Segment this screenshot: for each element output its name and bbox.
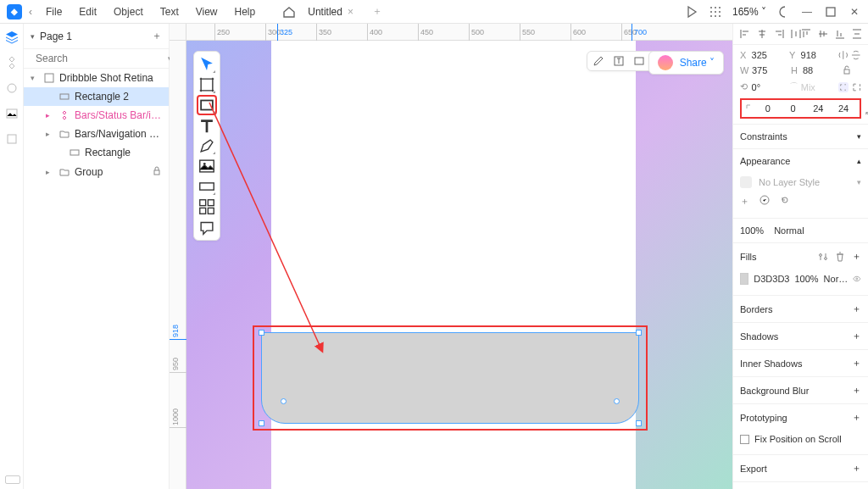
selected-object[interactable] xyxy=(261,332,639,424)
rail-components-icon[interactable] xyxy=(5,56,19,69)
resize-handle-se[interactable] xyxy=(636,420,642,426)
add-style-icon[interactable]: ＋ xyxy=(740,195,749,208)
flip-h-icon[interactable] xyxy=(838,50,849,60)
appearance-header[interactable]: Appearance ▴ xyxy=(733,149,868,173)
image-icon[interactable] xyxy=(633,55,645,67)
layer-search[interactable]: ▾ xyxy=(24,49,169,69)
menu-help[interactable]: Help xyxy=(228,3,263,21)
constraints-header[interactable]: Constraints ▾ xyxy=(733,125,868,148)
export-header[interactable]: Export ＋ xyxy=(733,455,868,481)
corner-tl[interactable]: 0 xyxy=(755,103,781,114)
twisty-icon[interactable]: ▾ xyxy=(31,74,39,82)
checkbox-icon[interactable] xyxy=(740,435,749,444)
resize-handle-nw[interactable] xyxy=(259,330,264,336)
menu-text[interactable]: Text xyxy=(153,3,186,21)
canvas-viewport[interactable]: 250 300 325 350 400 450 500 550 600 650 … xyxy=(170,24,732,489)
menu-edit[interactable]: Edit xyxy=(72,3,103,21)
align-top-icon[interactable] xyxy=(801,29,811,39)
prototyping-header[interactable]: Prototyping ＋ xyxy=(733,404,868,431)
align-right-icon[interactable] xyxy=(774,29,784,39)
add-inner-shadow-icon[interactable]: ＋ xyxy=(852,357,861,370)
layer-group[interactable]: ▸ Group xyxy=(24,162,169,181)
share-button[interactable]: Share ˅ xyxy=(648,51,724,75)
window-maximize-icon[interactable] xyxy=(824,5,837,19)
visibility-icon[interactable] xyxy=(853,273,861,285)
independent-corners-icon[interactable] xyxy=(838,82,849,92)
window-close-icon[interactable]: ✕ xyxy=(848,5,861,19)
panel-toggle-icon[interactable] xyxy=(5,475,20,484)
menu-file[interactable]: File xyxy=(39,3,69,21)
fill-opacity[interactable]: 100% xyxy=(794,274,818,284)
fill-swatch[interactable] xyxy=(740,273,748,285)
window-minimize-icon[interactable]: — xyxy=(800,5,814,19)
theme-icon[interactable] xyxy=(776,5,790,19)
layer-rectangle-2[interactable]: Rectangle 2 xyxy=(24,87,169,106)
corner-tr[interactable]: 0 xyxy=(781,103,806,114)
tool-move[interactable] xyxy=(198,55,216,74)
h-value[interactable]: 88 xyxy=(803,65,838,75)
add-blur-icon[interactable]: ＋ xyxy=(852,384,861,397)
borders-header[interactable]: Borders ＋ xyxy=(733,296,868,322)
corner-bl[interactable]: 24 xyxy=(831,103,856,114)
fill-hex[interactable]: D3D3D3 xyxy=(754,274,789,284)
shadows-header[interactable]: Shadows ＋ xyxy=(733,323,868,349)
add-shadow-icon[interactable]: ＋ xyxy=(852,330,861,342)
add-border-icon[interactable]: ＋ xyxy=(852,303,861,315)
align-left-icon[interactable] xyxy=(740,29,750,39)
fill-mode[interactable]: Nor… xyxy=(824,274,849,284)
rail-layers-icon[interactable] xyxy=(5,31,19,44)
app-logo-icon[interactable]: ◆ xyxy=(7,4,22,19)
search-input[interactable] xyxy=(36,53,163,64)
play-icon[interactable] xyxy=(685,5,698,19)
x-value[interactable]: 325 xyxy=(752,50,786,60)
layer-rectangle[interactable]: Rectangle xyxy=(24,143,169,162)
lock-aspect-icon[interactable] xyxy=(842,65,852,75)
inner-shadows-header[interactable]: Inner Shadows ＋ xyxy=(733,350,868,376)
resize-handle-sw[interactable] xyxy=(259,420,264,426)
lock-icon[interactable] xyxy=(152,165,162,178)
tool-pen[interactable] xyxy=(198,136,216,155)
zoom-level[interactable]: 165% ˅ xyxy=(732,6,766,18)
align-hcenter-icon[interactable] xyxy=(757,29,767,39)
add-fill-icon[interactable]: ＋ xyxy=(852,250,861,263)
close-tab-icon[interactable]: × xyxy=(348,6,353,18)
delete-fill-icon[interactable] xyxy=(835,252,845,262)
home-icon[interactable] xyxy=(282,5,296,19)
layer-navbar[interactable]: ▸ Bars/Navigation Bar/iPhone - … xyxy=(24,125,169,143)
edit-icon[interactable] xyxy=(593,55,604,67)
reset-icon[interactable] xyxy=(780,195,790,205)
distribute-v-icon[interactable] xyxy=(852,29,862,39)
fill-row[interactable]: D3D3D3 100% Nor… xyxy=(740,270,861,288)
add-interaction-icon[interactable]: ＋ xyxy=(852,411,861,424)
align-bottom-icon[interactable] xyxy=(835,29,845,39)
add-tab-button[interactable]: ＋ xyxy=(365,4,389,19)
layer-style-picker[interactable]: No Layer Style ▾ xyxy=(740,173,861,192)
tool-components[interactable] xyxy=(198,197,216,216)
page-selector[interactable]: ▾ Page 1 ＋ xyxy=(24,24,169,49)
rail-plugins-icon[interactable] xyxy=(5,132,19,146)
radius-mixed[interactable]: Mix xyxy=(801,82,835,92)
tool-comment[interactable] xyxy=(198,218,216,236)
tool-image[interactable] xyxy=(198,157,216,175)
resize-handle-ne[interactable] xyxy=(636,330,642,336)
document-tab[interactable]: Untitled × xyxy=(299,6,362,18)
add-export-icon[interactable]: ＋ xyxy=(852,462,861,475)
tool-rectangle[interactable] xyxy=(198,96,216,114)
tool-slice[interactable] xyxy=(198,177,216,196)
canvas[interactable]: Share ˅ xyxy=(186,41,732,489)
add-page-icon[interactable]: ＋ xyxy=(152,29,162,43)
rail-styles-icon[interactable] xyxy=(5,81,19,95)
background-blur-header[interactable]: Background Blur ＋ xyxy=(733,377,868,403)
menu-object[interactable]: Object xyxy=(107,3,150,21)
rail-image-icon[interactable] xyxy=(5,107,19,120)
opacity-value[interactable]: 100% xyxy=(740,225,764,236)
y-value[interactable]: 918 xyxy=(801,50,835,60)
fills-settings-icon[interactable] xyxy=(818,252,828,262)
rotation-value[interactable]: 0° xyxy=(752,82,786,92)
corner-radius-handle-sw[interactable] xyxy=(281,398,287,404)
distribute-h-icon[interactable] xyxy=(791,29,801,39)
align-vcenter-icon[interactable] xyxy=(818,29,828,39)
corner-br[interactable]: 24 xyxy=(806,103,832,114)
grid-icon[interactable] xyxy=(709,5,722,19)
layer-artboard[interactable]: ▾ Dribbble Shot Retina xyxy=(24,69,169,87)
